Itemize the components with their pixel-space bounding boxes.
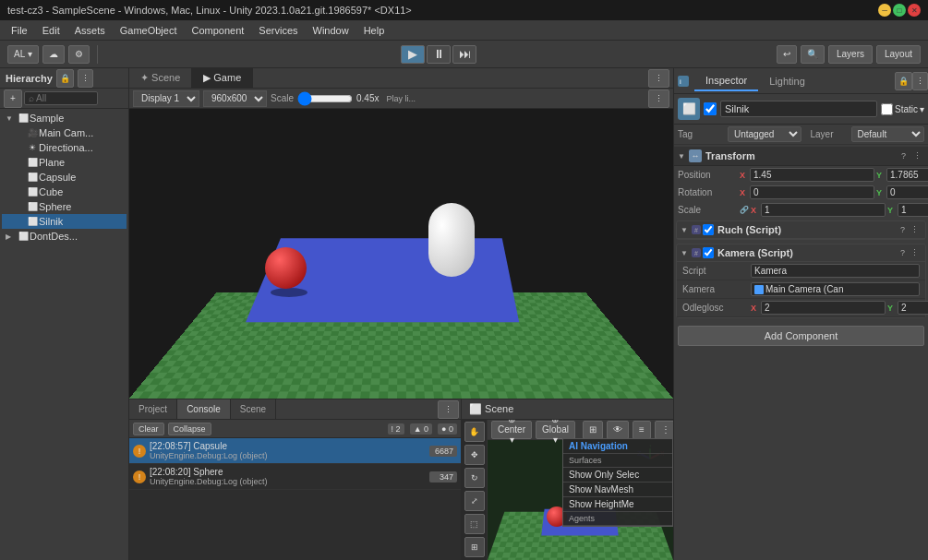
nav-show-navmesh[interactable]: Show NavMesh [563, 483, 672, 497]
scale-x-input[interactable] [761, 203, 886, 217]
odl-y-input[interactable] [898, 301, 928, 315]
tree-item-sphere[interactable]: ⬜ Sphere [2, 199, 127, 214]
layers-button[interactable]: Layers [828, 45, 873, 64]
minimize-button[interactable]: ─ [878, 4, 891, 17]
pos-x-input[interactable] [750, 168, 874, 182]
maximize-button[interactable]: □ [893, 4, 906, 17]
step-button[interactable]: ⏭ [452, 45, 476, 64]
x-axis-label: X [740, 171, 749, 180]
pause-button[interactable]: ⏸ [427, 45, 451, 64]
pos-y-input[interactable] [886, 168, 928, 182]
layout-button[interactable]: Layout [876, 45, 921, 64]
nav-show-only[interactable]: Show Only Selec [563, 468, 672, 483]
title-bar: test-cz3 - SampleScene - Windows, Mac, L… [0, 0, 928, 20]
menu-gameobject[interactable]: GameObject [113, 23, 185, 38]
layer-select[interactable]: Default [851, 126, 925, 142]
center-btn[interactable]: ⊕ Center ▾ [491, 421, 532, 439]
display-select[interactable]: Display 1 [133, 90, 199, 107]
menu-window[interactable]: Window [306, 23, 356, 38]
menu-edit[interactable]: Edit [35, 23, 67, 38]
al-button[interactable]: AL ▾ [7, 45, 39, 64]
tab-scene[interactable]: ✦ Scene [129, 68, 192, 88]
scene-bottom-content: ✋ ✥ ↻ ⤢ ⬚ ⊞ ⊕ Center ▾ ⊕ Global ▾ [462, 420, 673, 560]
menu-assets[interactable]: Assets [67, 23, 113, 38]
rot-x-input[interactable] [750, 185, 874, 199]
transform-help-button[interactable]: ? [898, 150, 909, 161]
hand-tool[interactable]: ✋ [464, 422, 485, 442]
clear-button[interactable]: Clear [133, 423, 164, 435]
ruch-overflow-button[interactable]: ⋮ [908, 224, 922, 235]
tree-item-dontdes[interactable]: ▶ ⬜ DontDes... [2, 229, 127, 244]
scale-y-input[interactable] [898, 203, 928, 217]
tree-label: Plane [39, 157, 65, 168]
rot-y-input[interactable] [886, 185, 928, 199]
transform-section[interactable]: ▼ ↔ Transform ? ⋮ [674, 147, 928, 166]
hierarchy-menu-button[interactable]: ⋮ [78, 69, 93, 88]
add-component-button[interactable]: Add Component [678, 326, 924, 346]
tab-console[interactable]: Console [177, 399, 231, 419]
tree-item-maincam[interactable]: 🎥 Main Cam... [2, 125, 127, 140]
ruch-active-checkbox[interactable] [703, 224, 714, 235]
odl-x-input[interactable] [761, 301, 886, 315]
menu-services[interactable]: Services [251, 23, 305, 38]
kamera-help-button[interactable]: ? [898, 247, 908, 258]
undo-button[interactable]: ↩ [777, 45, 797, 64]
kamera-script-section: ▼ # Kamera (Script) ? ⋮ Script Kamera Ma… [676, 244, 926, 318]
tab-lighting[interactable]: Lighting [758, 72, 816, 90]
grid-btn[interactable]: ⊞ [583, 421, 603, 439]
tab-project[interactable]: Project [129, 399, 177, 419]
tag-select[interactable]: Untagged [728, 126, 801, 142]
transform-overflow-button[interactable]: ⋮ [910, 150, 924, 161]
hierarchy-search[interactable] [24, 91, 98, 105]
scale-tool[interactable]: ⤢ [464, 491, 485, 511]
nav-btn[interactable]: ≡ [633, 421, 651, 439]
rotate-tool[interactable]: ↻ [464, 468, 485, 488]
menu-file[interactable]: File [4, 23, 35, 38]
nav-show-heightme[interactable]: Show HeightMe [563, 497, 672, 512]
tab-game[interactable]: ▶ Game [192, 68, 253, 88]
tree-item-cube[interactable]: ⬜ Cube [2, 185, 127, 199]
console-row-0[interactable]: ! [22:08:57] Capsule UnityEngine.Debug:L… [129, 438, 461, 464]
global-btn[interactable]: ⊕ Global ▾ [536, 421, 575, 439]
tree-item-sample[interactable]: ▼ ⬜ Sample [2, 111, 127, 125]
search-button[interactable]: 🔍 [801, 45, 825, 64]
console-row-1[interactable]: ! [22:08:20] Sphere UnityEngine.Debug:Lo… [129, 464, 461, 490]
inspector-lock-button[interactable]: 🔒 [895, 72, 912, 90]
scale-slider[interactable] [297, 94, 353, 103]
static-arrow[interactable]: ▾ [920, 104, 924, 114]
script-val-input[interactable] [751, 264, 920, 278]
scene-menu-btn[interactable]: ⋮ [655, 421, 673, 439]
tree-item-directional[interactable]: ☀ Directiona... [2, 140, 127, 155]
center-panel: ✦ Scene ▶ Game ⋮ Display 1 960x600 Scale… [129, 68, 674, 560]
hierarchy-lock-button[interactable]: 🔒 [56, 69, 74, 88]
kamera-active-checkbox[interactable] [703, 247, 714, 258]
tree-item-plane[interactable]: ⬜ Plane [2, 155, 127, 170]
inspector-menu-button[interactable]: ⋮ [912, 72, 928, 90]
collapse-button[interactable]: Collapse [168, 423, 211, 435]
object-active-checkbox[interactable] [704, 102, 717, 115]
ruch-help-button[interactable]: ? [898, 224, 908, 235]
close-button[interactable]: ✕ [908, 4, 921, 17]
hierarchy-add-button[interactable]: + [4, 89, 22, 108]
scene-bottom-tab: ⬜ Scene [462, 399, 673, 420]
settings-button[interactable]: ⚙ [68, 45, 90, 64]
custom-tool[interactable]: ⊞ [464, 537, 485, 557]
tree-item-capsule[interactable]: ⬜ Capsule [2, 170, 127, 185]
play-button[interactable]: ▶ [401, 45, 425, 64]
console-menu-button[interactable]: ⋮ [438, 400, 459, 419]
tab-inspector[interactable]: Inspector [694, 71, 758, 91]
tab-scene-bottom[interactable]: Scene [231, 399, 276, 419]
vis-btn[interactable]: 👁 [607, 421, 629, 439]
static-checkbox[interactable] [881, 103, 893, 115]
object-name-input[interactable] [720, 101, 877, 117]
cloud-button[interactable]: ☁ [42, 45, 65, 64]
menu-help[interactable]: Help [356, 23, 392, 38]
rect-tool[interactable]: ⬚ [464, 514, 485, 534]
view-menu-button[interactable]: ⋮ [648, 69, 669, 88]
move-tool[interactable]: ✥ [464, 445, 485, 465]
game-menu-button[interactable]: ⋮ [648, 89, 669, 108]
kamera-overflow-button[interactable]: ⋮ [908, 247, 922, 258]
tree-item-silnik[interactable]: ⬜ Silnik [2, 214, 127, 229]
resolution-select[interactable]: 960x600 [203, 90, 267, 107]
menu-component[interactable]: Component [184, 23, 251, 38]
